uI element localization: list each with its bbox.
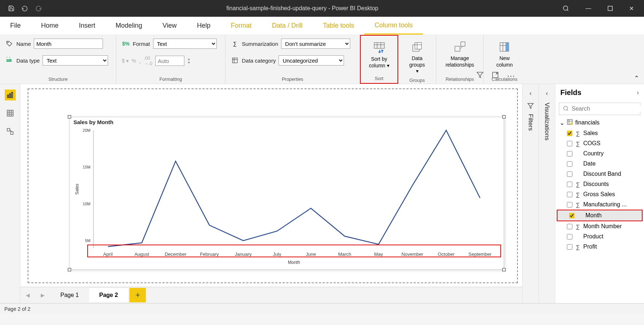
left-nav xyxy=(0,84,20,303)
menu-tab-column-tools[interactable]: Column tools xyxy=(364,17,423,35)
filters-pane-collapsed[interactable]: ‹ Filters xyxy=(522,84,539,303)
column-name-input[interactable] xyxy=(34,39,103,49)
field-item-cogs[interactable]: ∑COGS xyxy=(555,138,644,148)
field-checkbox[interactable] xyxy=(567,234,572,239)
field-checkbox[interactable] xyxy=(567,171,572,177)
sort-by-column-button[interactable]: Sort by column ▾ xyxy=(364,39,393,71)
menu-tab-file[interactable]: File xyxy=(0,17,31,35)
field-checkbox[interactable] xyxy=(567,161,572,167)
report-canvas[interactable]: ⋯ Sales by Month 5M10M15M20MSalesAprilAu… xyxy=(20,84,522,303)
chevron-left-icon[interactable]: ‹ xyxy=(529,90,532,97)
field-name: Discounts xyxy=(583,181,609,187)
data-category-select[interactable]: Uncategorized xyxy=(279,55,344,66)
report-view-button[interactable] xyxy=(5,90,16,100)
field-checkbox[interactable] xyxy=(567,182,572,187)
percent-button[interactable]: % xyxy=(132,58,136,64)
sigma-icon: ∑ xyxy=(575,181,580,187)
more-options-icon[interactable]: ⋯ xyxy=(507,71,515,81)
field-checkbox[interactable] xyxy=(567,192,572,197)
field-item-gross-sales[interactable]: ∑Gross Sales xyxy=(555,189,644,199)
field-checkbox[interactable] xyxy=(567,244,572,250)
field-item-country[interactable]: Country xyxy=(555,148,644,159)
chevron-left-icon[interactable]: ‹ xyxy=(546,90,548,97)
menu-tab-modeling[interactable]: Modeling xyxy=(105,17,152,35)
data-groups-button[interactable]: Data groups ▾ xyxy=(404,39,431,76)
menu-tab-view[interactable]: View xyxy=(152,17,187,35)
collapse-icon[interactable]: ⌄ xyxy=(560,119,564,126)
x-axis-highlight xyxy=(87,245,501,257)
field-checkbox[interactable] xyxy=(567,131,572,136)
manage-relationships-button[interactable]: Manage relationships xyxy=(441,39,479,70)
model-view-button[interactable] xyxy=(5,126,16,137)
relationships-icon xyxy=(453,40,467,53)
fields-table-header[interactable]: ⌄ financials xyxy=(555,119,644,127)
field-name: Country xyxy=(583,150,604,157)
decimal-button[interactable]: .00→.0 xyxy=(144,55,152,66)
search-icon[interactable] xyxy=(563,5,569,12)
svg-rect-26 xyxy=(11,92,12,98)
field-item-product[interactable]: Product xyxy=(555,231,644,242)
redo-icon[interactable] xyxy=(35,5,42,12)
svg-line-58 xyxy=(567,110,568,111)
field-item-discount-band[interactable]: Discount Band xyxy=(555,169,644,179)
field-checkbox[interactable] xyxy=(567,141,572,146)
svg-text:123: 123 xyxy=(7,59,12,62)
menu-tab-format[interactable]: Format xyxy=(221,17,262,35)
new-column-button[interactable]: New column xyxy=(492,39,517,70)
spin-down-icon[interactable]: ▼ xyxy=(187,61,191,64)
comma-button[interactable]: , xyxy=(139,57,141,65)
field-item-month-number[interactable]: ∑Month Number xyxy=(555,221,644,231)
sigma-icon: ∑ xyxy=(575,202,580,208)
svg-text:10M: 10M xyxy=(83,202,91,206)
page-prev-icon[interactable]: ◀ xyxy=(20,292,35,298)
svg-rect-33 xyxy=(10,132,13,134)
field-checkbox[interactable] xyxy=(567,151,572,156)
sales-by-month-chart[interactable]: Sales by Month 5M10M15M20MSalesAprilAugu… xyxy=(69,117,504,270)
field-item-manufacturing-[interactable]: ∑Manufacturing ... xyxy=(555,199,644,210)
fields-search[interactable] xyxy=(559,103,640,115)
focus-mode-icon[interactable] xyxy=(492,71,499,81)
field-item-month[interactable]: Month xyxy=(557,210,642,221)
field-item-sales[interactable]: ∑ Sales xyxy=(555,128,644,138)
menu-tab-help[interactable]: Help xyxy=(187,17,221,35)
format-icon: $% xyxy=(122,40,130,48)
datatype-label: Data type xyxy=(16,58,40,64)
currency-button[interactable]: $ ▾ xyxy=(122,58,129,64)
data-view-button[interactable] xyxy=(5,108,16,119)
field-checkbox[interactable] xyxy=(569,213,575,218)
title-bar: financial-sample-finished-update-query -… xyxy=(0,0,644,17)
menu-tab-home[interactable]: Home xyxy=(31,17,69,35)
chevron-right-icon[interactable]: › xyxy=(637,89,639,96)
field-checkbox[interactable] xyxy=(567,224,572,229)
filter-icon[interactable] xyxy=(476,71,484,81)
ribbon-collapse-icon[interactable]: ⌃ xyxy=(634,75,639,82)
field-item-profit[interactable]: ∑Profit xyxy=(555,242,644,252)
add-page-button[interactable]: + xyxy=(129,288,146,302)
datatype-select[interactable]: Text xyxy=(43,55,108,66)
field-name: COGS xyxy=(583,140,600,147)
close-icon[interactable]: ✕ xyxy=(629,5,634,12)
format-select[interactable]: Text xyxy=(153,39,217,49)
minimize-icon[interactable]: — xyxy=(585,5,591,12)
save-icon[interactable] xyxy=(8,5,15,12)
name-label: Name xyxy=(16,41,31,47)
field-item-discounts[interactable]: ∑Discounts xyxy=(555,179,644,189)
page-tab-page-1[interactable]: Page 1 xyxy=(50,288,89,302)
spin-up-icon[interactable]: ▲ xyxy=(187,57,191,61)
menu-tab-data-drill[interactable]: Data / Drill xyxy=(262,17,313,35)
maximize-icon[interactable] xyxy=(608,6,613,11)
format-label: Format xyxy=(133,41,150,47)
field-checkbox[interactable] xyxy=(567,202,572,207)
visualizations-pane-collapsed[interactable]: ‹ Visualizations xyxy=(539,84,555,303)
search-input[interactable] xyxy=(572,106,644,112)
data-category-icon xyxy=(231,56,239,64)
field-item-date[interactable]: Date xyxy=(555,159,644,169)
page-next-icon[interactable]: ▶ xyxy=(35,292,50,298)
page-tab-page-2[interactable]: Page 2 xyxy=(89,288,128,302)
undo-icon[interactable] xyxy=(21,5,28,12)
summarization-select[interactable]: Don't summarize xyxy=(281,39,350,49)
chart-title: Sales by Month xyxy=(73,119,113,125)
formatting-group-label: Formatting xyxy=(122,76,220,82)
menu-tab-table-tools[interactable]: Table tools xyxy=(313,17,364,35)
menu-tab-insert[interactable]: Insert xyxy=(69,17,105,35)
